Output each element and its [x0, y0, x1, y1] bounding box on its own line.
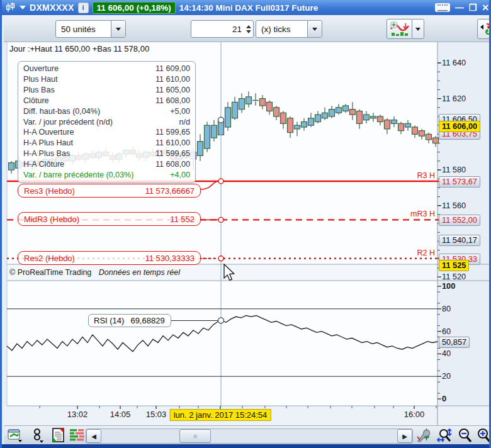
info-row: H-A Plus Bas11 599,65 — [18, 148, 195, 159]
bars-count-stepper[interactable]: 21 — [191, 20, 254, 38]
pivot-value: 11 552 — [170, 215, 195, 224]
time-axis-label: 16:00 — [404, 410, 425, 419]
info-row-label: Clôture — [23, 96, 49, 106]
realtime-text: Données en temps réel — [99, 268, 180, 277]
bottom-toolbar: ◀ ≡ ▶ — [4, 425, 491, 445]
pivot-axis-tag: mR3 H — [410, 210, 435, 218]
timeframe-select[interactable]: (x) ticks — [256, 20, 322, 38]
stepper-arrows-icon[interactable] — [244, 21, 253, 37]
zoom-in-button[interactable] — [475, 428, 491, 443]
info-row: H-A Ouverture11 599,65 — [18, 127, 195, 138]
bars-count-value: 21 — [191, 25, 244, 34]
open-chart-icon — [8, 428, 24, 442]
trading-chart-window: R3 HmR3 HR2 H DXMXXXX i 11 606,00 (+0,18… — [0, 0, 491, 448]
crosshair-time-box: lun. 2 janv. 2017 15:24:54 — [170, 409, 271, 421]
info-row-label: Var. / barre précédente (0,03%) — [23, 170, 133, 181]
rsi-axis-label: 100 — [442, 281, 455, 291]
window-bottom-border — [2, 444, 491, 448]
pivot-label-r2-h[interactable]: Res2 (Hebdo)11 530,33333 — [18, 251, 201, 265]
rsi-axis-label: 40 — [442, 349, 451, 358]
rsi-last-value-box: 50,857 — [439, 337, 470, 348]
instrument-dropdown-icon[interactable] — [20, 6, 26, 9]
rsi-axis-label: 20 — [442, 371, 451, 381]
pivot-label-mr3-h[interactable]: MidR3 (Hebdo)11 552 — [18, 212, 201, 226]
price-axis-label: 11 520 — [442, 272, 466, 281]
orderbook-button[interactable] — [69, 428, 86, 443]
info-row: H-A Clôture11 608,00 — [18, 159, 195, 170]
wrench-icon — [416, 428, 431, 443]
scrollbar-thumb[interactable]: ≡ — [179, 429, 211, 443]
pivot-name: MidR3 (Hebdo) — [24, 215, 79, 224]
pivot-axis-price-box: 11 552,00 — [439, 215, 480, 226]
info-row-value: 11 599,65 — [155, 148, 190, 159]
info-row-label: Plus Bas — [23, 85, 55, 96]
keyboard-icon[interactable] — [435, 3, 450, 12]
time-axis-label: 14:05 — [110, 410, 131, 419]
pivot-axis-tag: R2 H — [417, 249, 435, 257]
indicators-dropdown[interactable] — [412, 19, 424, 39]
horizontal-scrollbar[interactable]: ◀ ≡ ▶ — [86, 428, 413, 444]
pivot-axis-price-box: 11 573,67 — [439, 176, 480, 188]
indicators-button[interactable] — [387, 19, 413, 39]
zoom-axes-icon — [437, 428, 453, 443]
minimize-button[interactable]: — — [455, 3, 464, 12]
info-row-value: 11 610,00 — [155, 138, 190, 148]
info-row-value: 11 599,65 — [155, 127, 190, 138]
rsi-axis-label: 60 — [442, 327, 451, 336]
news-icon — [52, 428, 65, 443]
info-row-label: Plus Haut — [23, 74, 58, 85]
rsi-value: 69,68829 — [130, 316, 164, 325]
info-row: Var. / jour précédent (n/d)n/d — [18, 117, 195, 128]
units-select[interactable]: 50 unités — [55, 20, 126, 38]
scroll-left-arrow[interactable]: ◀ — [86, 429, 101, 443]
chart-toolbar: 50 unités 21 (x) ticks — [4, 15, 491, 42]
info-row: Diff. haut-bas (0,04%)+5,00 — [18, 106, 195, 117]
link-windows-button[interactable] — [30, 428, 47, 443]
info-row-label: H-A Plus Bas — [23, 148, 70, 159]
candlestick-icon — [6, 3, 16, 13]
copyright-note: © ProRealTime Trading Données en temps r… — [9, 268, 180, 277]
units-select-value: 50 unités — [56, 25, 111, 34]
orders-panel-toggle-button[interactable] — [477, 19, 491, 39]
maximize-button[interactable]: ❒ — [469, 3, 477, 12]
title-bar[interactable]: DXMXXXX i 11 606,00 (+0,18%) 14:14:30 Mi… — [2, 0, 491, 15]
rsi-name: RSI (14) — [94, 316, 124, 325]
chevron-down-icon[interactable] — [111, 21, 125, 37]
pivot-value: 11 530,33333 — [145, 254, 195, 263]
zoom-custom-button[interactable] — [436, 428, 454, 443]
zoom-in-icon — [477, 428, 491, 443]
pivot-name: Res3 (Hebdo) — [24, 186, 75, 196]
pivot-label-r3-h[interactable]: Res3 (Hebdo)11 573,66667 — [18, 184, 201, 198]
window-title: 14:14:30 Mini DAX Full0317 Future — [179, 3, 319, 13]
info-row: H-A Plus Haut11 610,00 — [18, 138, 195, 148]
info-row-label: Ouverture — [23, 64, 59, 74]
info-row-value: 11 610,00 — [155, 74, 190, 85]
day-high-low-header: Jour :+Haut 11 650,00 +Bas 11 578,00 — [9, 44, 149, 53]
chevron-down-icon[interactable] — [307, 21, 322, 37]
timeframe-select-value: (x) ticks — [256, 25, 307, 34]
info-row: Plus Bas11 605,00 — [18, 85, 195, 96]
indicators-icon — [390, 21, 409, 36]
rsi-axis-label: 80 — [442, 304, 451, 313]
info-row-value: 11 609,00 — [155, 64, 190, 74]
chart-settings-button[interactable] — [414, 428, 433, 443]
orderbook-icon — [69, 428, 86, 442]
scroll-right-arrow[interactable]: ▶ — [397, 429, 412, 443]
info-row: Var. / barre précédente (0,03%)+4,00 — [18, 170, 195, 181]
info-row-label: Var. / jour précédent (n/d) — [23, 117, 113, 128]
info-row-value: 11 605,00 — [155, 85, 190, 96]
news-button[interactable] — [50, 428, 67, 443]
info-row-label: H-A Plus Haut — [23, 138, 73, 148]
info-row: Plus Haut11 610,00 — [18, 74, 195, 85]
rsi-indicator-label[interactable]: RSI (14) 69,68829 — [88, 314, 171, 327]
chart-list-button[interactable] — [8, 428, 24, 443]
price-axis-label: 11 580 — [442, 165, 466, 174]
time-axis-label: 15:03 — [146, 410, 167, 419]
close-button[interactable]: ✕ — [482, 3, 489, 12]
candle-info-panel: Ouverture11 609,00Plus Haut11 610,00Plus… — [18, 61, 196, 183]
info-icon[interactable]: i — [78, 3, 89, 13]
price-axis-label: 11 640 — [442, 58, 466, 67]
instrument-symbol: DXMXXXX — [30, 3, 74, 13]
zoom-out-button[interactable] — [456, 428, 475, 443]
time-axis-label: 13:02 — [67, 410, 88, 419]
